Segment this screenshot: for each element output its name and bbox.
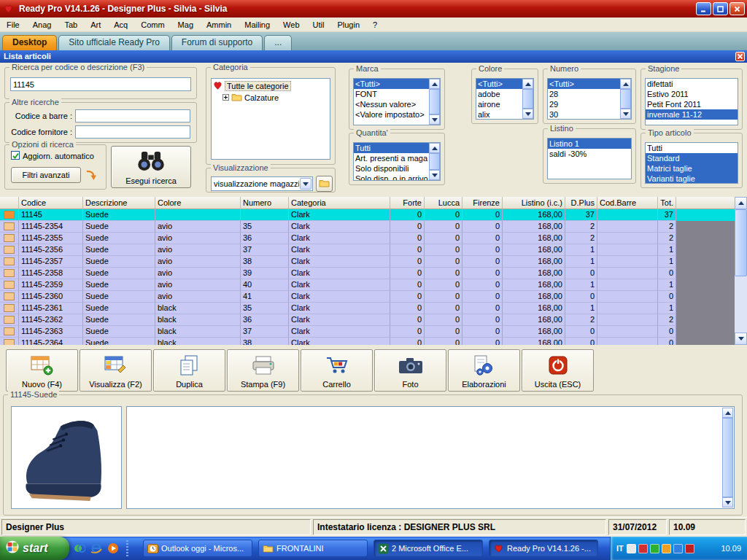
advanced-filters-button[interactable]: Filtri avanzati	[11, 167, 81, 183]
taskbar-clock[interactable]: 10.09	[721, 544, 741, 553]
listbox-item-tutti[interactable]: Tutti	[646, 143, 738, 153]
scroll-down-arrow-icon[interactable]	[522, 109, 533, 119]
carrello-button[interactable]: Carrello	[301, 349, 373, 392]
scroll-up-arrow-icon[interactable]	[522, 79, 533, 89]
stampa-button[interactable]: Stampa (F9)	[227, 349, 299, 392]
listbox-scrollbar[interactable]	[429, 79, 440, 125]
scrollbar-thumb[interactable]	[429, 153, 440, 170]
notes-scrollbar[interactable]	[722, 408, 733, 508]
barcode-input[interactable]	[75, 109, 190, 122]
menu-item-acq[interactable]: Acq	[107, 18, 134, 31]
menu-item-tab[interactable]: Tab	[58, 18, 84, 31]
tab-forum-di-supporto[interactable]: Forum di supporto	[171, 35, 263, 50]
listbox-item-listino-1[interactable]: Listino 1	[548, 139, 631, 149]
listbox-item-airone[interactable]: airone	[476, 99, 522, 109]
language-indicator[interactable]: IT	[616, 544, 624, 553]
column-header-lucca[interactable]: Lucca	[425, 197, 462, 209]
run-search-button[interactable]: Esegui ricerca	[111, 146, 191, 188]
scrollbar-thumb[interactable]	[522, 89, 533, 109]
menu-item-plugin[interactable]: Plugin	[330, 18, 366, 31]
expand-plus-icon[interactable]	[222, 93, 229, 102]
scroll-up-arrow-icon[interactable]	[429, 143, 440, 153]
msn-icon[interactable]	[73, 542, 86, 555]
column-header-d-plus[interactable]: D.Plus	[565, 197, 597, 209]
listbox-item-tutti[interactable]: <Tutti>	[476, 79, 522, 89]
scroll-up-arrow-icon[interactable]	[722, 408, 733, 418]
listbox-item-art-presenti-a-maga[interactable]: Art. presenti a maga	[354, 153, 429, 163]
scrollbar-thumb[interactable]	[620, 89, 631, 109]
menu-item-mailing[interactable]: Mailing	[238, 18, 276, 31]
menu-item-comm[interactable]: Comm	[134, 18, 171, 31]
menu-item-mag[interactable]: Mag	[171, 18, 200, 31]
tab-sito-ufficiale-ready-pro[interactable]: Sito ufficiale Ready Pro	[58, 35, 170, 50]
foto-button[interactable]: Foto	[374, 349, 446, 392]
menu-item-util[interactable]: Util	[306, 18, 331, 31]
table-row-11[interactable]: 11145-2363Suedeblack37Clark000168,0000	[0, 326, 735, 338]
nuovo-button[interactable]: Nuovo (F4)	[6, 349, 78, 392]
menu-item-blank[interactable]: ?	[366, 18, 384, 31]
start-button[interactable]: start	[0, 537, 69, 560]
listbox-item-valore-impostato[interactable]: <Valore impostato>	[354, 109, 429, 120]
open-folder-button[interactable]	[316, 176, 333, 192]
column-header-numero[interactable]: Numero	[241, 197, 289, 209]
table-row-10[interactable]: 11145-2362Suedeblack36Clark000168,0022	[0, 314, 735, 326]
column-header-row-indicator[interactable]	[0, 197, 19, 209]
listbox-scrollbar[interactable]	[620, 79, 631, 119]
listbox-item-matrici-taglie[interactable]: Matrici taglie	[646, 163, 738, 174]
scroll-down-arrow-icon[interactable]	[429, 114, 440, 125]
menu-item-ammin[interactable]: Ammin	[200, 18, 238, 31]
listbox-item-font[interactable]: FONT	[354, 89, 429, 99]
taskbar-task-ready-pro-v14-1-26[interactable]: Ready Pro V14.1.26 -...	[489, 540, 598, 557]
supplier-code-input[interactable]	[75, 125, 190, 139]
minimize-button[interactable]	[696, 2, 711, 15]
listbox-item-tutti[interactable]: Tutti	[354, 143, 429, 153]
listbox-item-petit-font-2011[interactable]: Petit Font 2011	[646, 99, 738, 109]
listbox-item-alix[interactable]: alix	[476, 109, 522, 120]
table-row-8[interactable]: 11145-2360Suedeavio41Clark000168,0000	[0, 291, 735, 303]
view-mode-combobox[interactable]: visualizzazione magazzini	[211, 176, 313, 191]
listbox-item-30[interactable]: 30	[548, 109, 620, 120]
panel-close-button[interactable]	[735, 52, 745, 61]
listbox-item-29[interactable]: 29	[548, 99, 620, 109]
listbox-item-varianti-taglie[interactable]: Varianti taglie	[646, 174, 738, 184]
tray-icon-1[interactable]	[627, 544, 636, 553]
media-icon[interactable]	[107, 542, 120, 555]
menu-item-art[interactable]: Art	[84, 18, 107, 31]
taskbar-task-outlook-oggi-micros[interactable]: Outlook oggi - Micros...	[143, 540, 252, 557]
listbox-item-standard[interactable]: Standard	[646, 153, 738, 163]
table-row-4[interactable]: 11145-2356Suedeavio37Clark000168,0011	[0, 244, 735, 256]
scroll-up-arrow-icon[interactable]	[735, 197, 747, 209]
tray-icon-6[interactable]	[685, 544, 694, 553]
column-header-colore[interactable]: Colore	[155, 197, 241, 209]
listbox-item-invernale-11-12[interactable]: invernale 11-12	[646, 109, 738, 120]
listbox-item-adobe[interactable]: adobe	[476, 89, 522, 99]
listbox-item-solo-disponibili[interactable]: Solo disponibili	[354, 163, 429, 174]
article-notes-area[interactable]	[126, 406, 735, 509]
scroll-down-arrow-icon[interactable]	[735, 332, 747, 345]
listbox-item-28[interactable]: 28	[548, 89, 620, 99]
table-row-7[interactable]: 11145-2359Suedeavio40Clark000168,0011	[0, 279, 735, 291]
duplica-button[interactable]: Duplica	[153, 349, 225, 392]
tray-icon-4[interactable]	[662, 544, 671, 553]
listbox-item-solo-disp-o-in-arrivo[interactable]: Solo disp. o in arrivo	[354, 174, 429, 181]
advanced-filters-arrow-icon[interactable]	[85, 169, 96, 182]
maximize-button[interactable]	[713, 2, 728, 15]
scrollbar-thumb[interactable]	[429, 89, 440, 114]
elaborazioni-button[interactable]: Elaborazioni	[448, 349, 520, 392]
code-search-input[interactable]	[10, 77, 191, 91]
column-header-categoria[interactable]: Categoria	[289, 197, 390, 209]
table-row-2[interactable]: 11145-2354Suedeavio35Clark000168,0022	[0, 221, 735, 233]
listbox-item-tutti[interactable]: <Tutti>	[354, 79, 429, 89]
tab-desktop[interactable]: Desktop	[2, 35, 57, 50]
tray-icon-2[interactable]	[638, 544, 648, 553]
listbox-item-difettati[interactable]: difettati	[646, 79, 738, 89]
column-header-tot[interactable]: Tot.	[658, 197, 676, 209]
listbox-item-saldi-30[interactable]: saldi -30%	[548, 149, 631, 159]
scrollbar-thumb[interactable]	[722, 418, 733, 497]
close-button[interactable]	[729, 2, 745, 15]
column-header-listino-i-c[interactable]: Listino (i.c.)	[503, 197, 565, 209]
tree-item-all-categories[interactable]: Tutte le categorie	[213, 80, 328, 92]
scroll-up-arrow-icon[interactable]	[429, 79, 440, 89]
listbox-item-nessun-valore[interactable]: <Nessun valore>	[354, 99, 429, 109]
tree-item-calzature[interactable]: Calzature	[213, 92, 328, 104]
